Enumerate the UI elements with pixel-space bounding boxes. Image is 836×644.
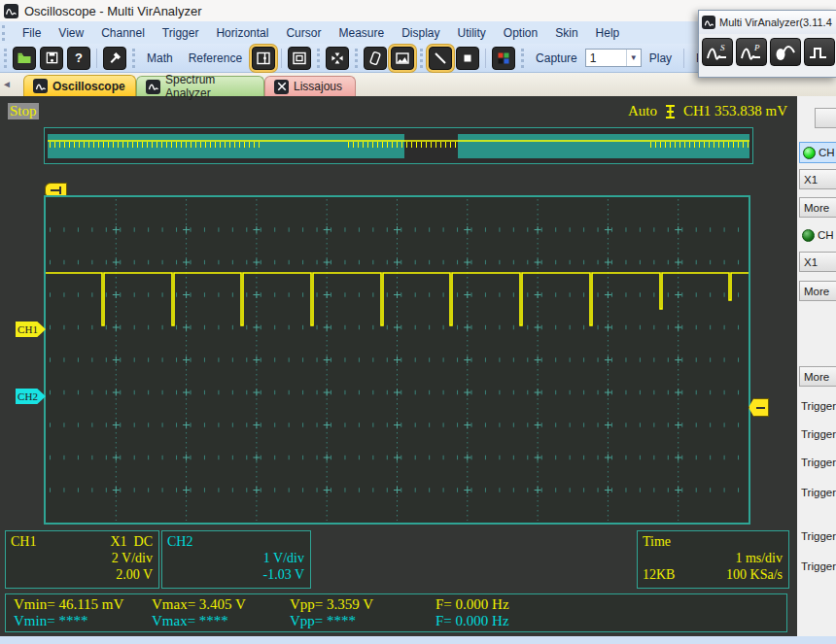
ch1-led-icon — [803, 147, 816, 159]
launch-generator-button[interactable] — [804, 38, 835, 66]
save-button[interactable] — [40, 47, 63, 70]
ch2-position-marker[interactable]: CH2 — [16, 389, 46, 404]
ch1-panel-name: CH1 — [11, 534, 36, 550]
launch-oscilloscope-button[interactable]: S — [702, 38, 733, 66]
trigger-level-marker[interactable] — [749, 398, 769, 417]
menu-item-skin[interactable]: Skin — [546, 23, 586, 43]
waveform-overview-strip[interactable] — [44, 127, 753, 164]
stop-draw-button[interactable] — [456, 47, 479, 70]
tab-scroll-left-button[interactable]: ◄ — [2, 79, 12, 89]
ch1-position-marker[interactable]: CH1 — [16, 322, 46, 337]
open-button[interactable] — [13, 47, 36, 70]
toolbar-separator — [420, 49, 423, 68]
toolbar-separator — [317, 49, 320, 68]
square-wave-icon — [808, 43, 831, 62]
mouse-wave-icon — [774, 43, 797, 62]
device-view-button[interactable] — [364, 47, 387, 70]
toolbar-separator — [355, 49, 358, 68]
time-panel-name: Time — [643, 534, 671, 550]
chevron-down-icon: ▼ — [626, 50, 641, 66]
ch2-more-label: More — [804, 286, 829, 297]
toolbar-separator — [281, 49, 282, 68]
sample-rate: 100 KSa/s — [726, 567, 783, 583]
ch2-marker-label: CH2 — [17, 390, 38, 402]
menu-item-help[interactable]: Help — [587, 23, 629, 43]
menu-item-display[interactable]: Display — [393, 23, 448, 43]
frame-button[interactable] — [288, 47, 311, 70]
autoset-button[interactable] — [326, 47, 349, 70]
split-panel-button[interactable] — [252, 47, 275, 70]
menu-item-channel[interactable]: Channel — [92, 23, 154, 43]
draw-line-button[interactable] — [429, 47, 452, 70]
menu-item-file[interactable]: File — [14, 23, 50, 43]
svg-text:S: S — [720, 43, 725, 52]
meas-freq-ch1: F= 0.000 Hz — [435, 596, 509, 613]
tab-lissajous[interactable]: Lissajous — [264, 76, 356, 96]
sidebar-ch2-enable[interactable]: CH — [799, 224, 836, 246]
ch1-info-panel[interactable]: CH1 X1 DC 2 V/div 2.00 V — [5, 530, 159, 589]
menu-item-measure[interactable]: Measure — [330, 23, 393, 43]
tab-spectrum-analyzer[interactable]: Spectrum Analyzer — [136, 76, 264, 96]
lissajous-tab-icon — [274, 80, 289, 94]
meas-vmin-ch2: Vmin= **** — [14, 613, 87, 629]
split-panel-icon — [256, 51, 271, 66]
sidebar-more-button[interactable]: More — [799, 366, 836, 387]
right-sidebar: CH X1 More CH X1 More More Trigger Trigg… — [797, 96, 836, 636]
ch2-scale: 1 V/div — [263, 551, 304, 566]
sidebar-ch1-more-button[interactable]: More — [799, 197, 836, 218]
trigger-position-glyph — [51, 189, 61, 191]
menu-item-cursor[interactable]: Cursor — [277, 23, 330, 43]
capture-count-value: 1 — [590, 51, 597, 65]
launch-lissajous-button[interactable] — [770, 38, 801, 66]
device-icon — [367, 51, 383, 66]
sidebar-ch1-probe-button[interactable]: X1 — [799, 169, 836, 189]
toolbar-separator — [521, 49, 524, 68]
menu-item-option[interactable]: Option — [495, 23, 546, 43]
time-info-panel[interactable]: Time 1 ms/div 12KB 100 KSa/s — [637, 530, 789, 589]
math-button[interactable]: Math — [139, 51, 181, 65]
tab-lissajous-label: Lissajous — [294, 80, 342, 93]
menu-item-horizontal[interactable]: Horizontal — [207, 23, 277, 43]
tab-oscilloscope[interactable]: Oscilloscope — [23, 75, 136, 96]
sidebar-top-button[interactable] — [815, 108, 836, 128]
window-title: Oscilloscope - Multi VirAnalyzer — [24, 4, 202, 18]
ch2-offset: -1.03 V — [262, 567, 304, 583]
spectrum-tab-icon — [146, 80, 160, 94]
save-icon — [45, 51, 59, 65]
trigger-level-icon — [664, 104, 677, 119]
ch2-panel-name: CH2 — [167, 534, 192, 550]
meas-vmin-ch1: Vmin= 46.115 mV — [14, 596, 123, 613]
tab-spectrum-label: Spectrum Analyzer — [165, 73, 255, 100]
more-label: More — [804, 371, 829, 383]
menu-item-utility[interactable]: Utility — [449, 23, 495, 43]
ch2-info-panel[interactable]: CH2 1 V/div -1.03 V — [161, 530, 311, 589]
menu-item-trigger[interactable]: Trigger — [154, 23, 208, 43]
menu-item-view[interactable]: View — [50, 23, 92, 43]
trigger-readout: CH1 353.838 mV — [683, 103, 787, 119]
help-button[interactable]: ? — [67, 47, 90, 70]
sidebar-ch2-probe-button[interactable]: X1 — [799, 252, 836, 272]
color-grid-button[interactable] — [492, 47, 515, 70]
app-window: Oscilloscope - Multi VirAnalyzer File Vi… — [0, 0, 836, 644]
sidebar-trigger-label-2: Trigger — [801, 428, 836, 440]
scope-screen[interactable] — [44, 195, 750, 525]
reference-button[interactable]: Reference — [181, 51, 250, 65]
scope-s-icon: S — [706, 43, 729, 62]
floating-window-titlebar[interactable]: Multi VirAnalyzer(3.11.4 — [699, 11, 836, 34]
ch1-marker-label: CH1 — [17, 323, 38, 335]
floating-analyzer-window: Multi VirAnalyzer(3.11.4 S P — [698, 10, 836, 78]
run-state-badge[interactable]: Stop — [8, 103, 39, 119]
trigger-status: Auto CH1 353.838 mV — [544, 103, 787, 119]
sidebar-ch2-label: CH — [818, 229, 834, 241]
meas-vpp-ch1: Vpp= 3.359 V — [290, 596, 373, 613]
screen-capture-button[interactable] — [391, 47, 414, 70]
toolbar-separator — [96, 49, 97, 68]
tool-button[interactable] — [103, 47, 126, 70]
play-button[interactable]: Play — [642, 51, 679, 65]
sidebar-ch1-enable[interactable]: CH — [799, 142, 836, 163]
capture-count-select[interactable]: 1 ▼ — [585, 49, 642, 67]
capture-label: Capture — [528, 51, 585, 65]
menu-grip — [2, 25, 10, 41]
sidebar-ch2-more-button[interactable]: More — [799, 281, 836, 301]
launch-spectrum-button[interactable]: P — [736, 38, 767, 66]
